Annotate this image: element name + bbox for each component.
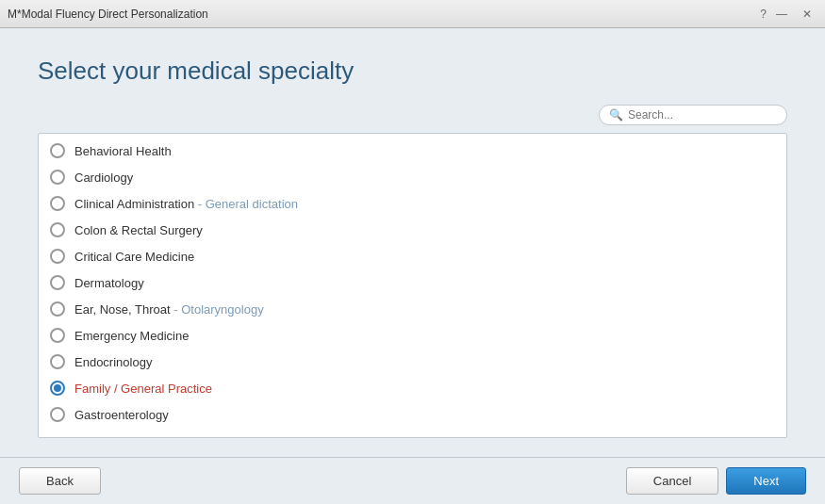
specialty-label: Critical Care Medicine	[74, 250, 194, 264]
list-item[interactable]: Critical Care Medicine	[39, 243, 786, 269]
list-item[interactable]: Colon & Rectal Surgery	[39, 217, 786, 243]
search-icon: 🔍	[609, 108, 623, 122]
page-title: Select your medical specialty	[38, 57, 787, 86]
radio-button	[50, 196, 65, 211]
title-bar-controls: ? — ✕	[760, 7, 817, 22]
back-button[interactable]: Back	[19, 467, 101, 495]
list-item[interactable]: Endocrinology	[39, 349, 786, 375]
radio-button	[50, 407, 65, 422]
list-item[interactable]: Clinical Administration - General dictat…	[39, 190, 786, 217]
next-button[interactable]: Next	[726, 467, 806, 495]
radio-button	[50, 328, 65, 343]
radio-button	[50, 249, 65, 264]
specialty-sublabel: - Otolaryngology	[171, 302, 264, 317]
list-item[interactable]: Gastroenterology	[39, 401, 786, 428]
specialty-label: Behavioral Health	[74, 144, 172, 158]
close-button[interactable]: ✕	[797, 7, 817, 22]
help-button[interactable]: ?	[760, 8, 767, 21]
list-item[interactable]: Cardiology	[39, 164, 786, 190]
radio-button	[50, 354, 65, 369]
radio-button	[50, 381, 65, 396]
cancel-button[interactable]: Cancel	[626, 467, 718, 495]
search-box: 🔍	[599, 105, 787, 125]
window-title: M*Modal Fluency Direct Personalization	[8, 8, 208, 21]
footer-right-buttons: Cancel Next	[626, 467, 806, 495]
radio-button	[50, 222, 65, 237]
specialty-label: Clinical Administration - General dictat…	[74, 197, 298, 211]
specialty-label: Colon & Rectal Surgery	[74, 223, 203, 237]
specialty-sublabel: - General dictation	[194, 197, 298, 211]
radio-button	[50, 275, 65, 290]
specialty-label: Ear, Nose, Throat - Otolaryngology	[74, 302, 264, 317]
list-item[interactable]: Dermatology	[39, 269, 786, 296]
list-item[interactable]: Behavioral Health	[39, 138, 786, 164]
list-item[interactable]: Ear, Nose, Throat - Otolaryngology	[39, 296, 786, 322]
specialty-label: Emergency Medicine	[74, 329, 189, 343]
specialty-label: Cardiology	[74, 171, 133, 185]
specialty-label: Family / General Practice	[74, 382, 212, 396]
list-item[interactable]: Emergency Medicine	[39, 322, 786, 349]
specialty-label: Dermatology	[74, 276, 144, 290]
radio-button	[50, 170, 65, 185]
minimize-button[interactable]: —	[770, 7, 793, 22]
specialty-list-container: Behavioral HealthCardiologyClinical Admi…	[38, 133, 787, 438]
footer: Back Cancel Next	[0, 457, 825, 504]
specialty-list-scroll[interactable]: Behavioral HealthCardiologyClinical Admi…	[39, 134, 786, 437]
title-bar: M*Modal Fluency Direct Personalization ?…	[0, 0, 825, 28]
specialty-label: Endocrinology	[74, 355, 152, 369]
radio-button	[50, 143, 65, 158]
search-input[interactable]	[628, 108, 777, 122]
specialty-label: Gastroenterology	[74, 408, 169, 422]
radio-button	[50, 301, 65, 317]
list-item[interactable]: Family / General Practice	[39, 375, 786, 401]
search-container: 🔍	[38, 105, 787, 125]
main-content: Select your medical specialty 🔍 Behavior…	[0, 28, 825, 457]
